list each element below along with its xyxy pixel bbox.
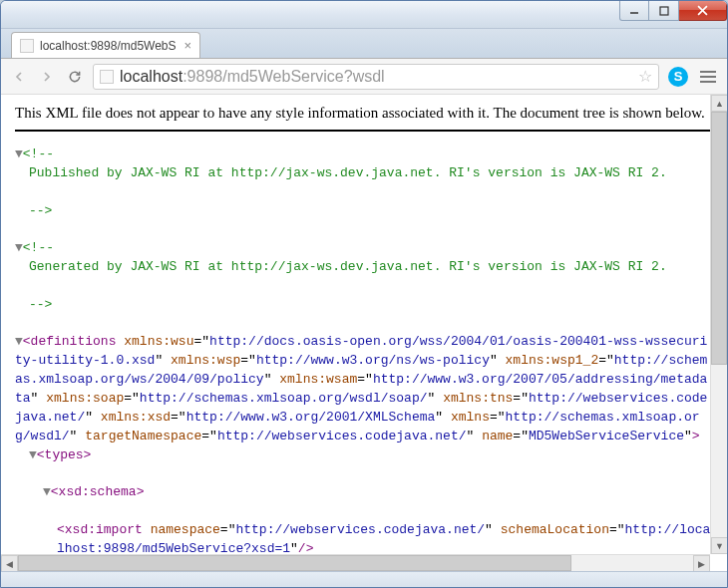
xml-tree: ▼<!-- Published by JAX-WS RI at http://j… <box>15 146 713 571</box>
collapse-triangle-icon[interactable]: ▼ <box>29 447 37 462</box>
url-bar[interactable]: localhost:9898/md5WebService?wsdl ☆ <box>93 64 659 90</box>
collapse-triangle-icon[interactable]: ▼ <box>15 147 23 161</box>
scroll-thumb[interactable] <box>18 555 571 571</box>
status-bar <box>1 571 727 588</box>
tab-title: localhost:9898/md5WebS <box>40 39 178 53</box>
scroll-right-icon[interactable]: ▶ <box>693 555 710 571</box>
bookmark-star-icon[interactable]: ☆ <box>638 67 652 86</box>
svg-rect-1 <box>660 7 668 15</box>
scroll-down-icon[interactable]: ▼ <box>711 537 727 554</box>
collapse-triangle-icon[interactable]: ▼ <box>43 484 51 499</box>
collapse-triangle-icon[interactable]: ▼ <box>15 334 23 349</box>
content-area: This XML file does not appear to have an… <box>1 95 727 571</box>
scroll-left-icon[interactable]: ◀ <box>1 555 18 571</box>
tab-close-icon[interactable]: × <box>183 38 191 53</box>
scroll-thumb[interactable] <box>711 112 727 365</box>
page-icon <box>100 70 114 84</box>
scroll-up-icon[interactable]: ▲ <box>711 95 727 112</box>
nav-bar: localhost:9898/md5WebService?wsdl ☆ S <box>1 59 727 95</box>
xml-notice: This XML file does not appear to have an… <box>15 105 713 132</box>
tab-strip: localhost:9898/md5WebS × <box>1 29 727 59</box>
url-text: localhost:9898/md5WebService?wsdl <box>120 68 632 86</box>
browser-tab[interactable]: localhost:9898/md5WebS × <box>11 32 200 58</box>
skype-extension-icon[interactable]: S <box>667 66 689 88</box>
horizontal-scrollbar[interactable]: ◀ ▶ <box>1 554 710 571</box>
forward-button[interactable] <box>37 67 57 87</box>
reload-button[interactable] <box>65 67 85 87</box>
window-controls <box>619 1 727 21</box>
minimize-button[interactable] <box>619 1 649 21</box>
favicon-icon <box>20 39 34 53</box>
back-button[interactable] <box>9 67 29 87</box>
close-button[interactable] <box>679 1 727 21</box>
maximize-button[interactable] <box>649 1 679 21</box>
menu-icon[interactable] <box>697 66 719 88</box>
browser-window: localhost:9898/md5WebS × localhost:9898/… <box>0 0 728 588</box>
vertical-scrollbar[interactable]: ▲ ▼ <box>710 95 727 554</box>
title-bar <box>1 1 727 29</box>
collapse-triangle-icon[interactable]: ▼ <box>15 240 23 255</box>
